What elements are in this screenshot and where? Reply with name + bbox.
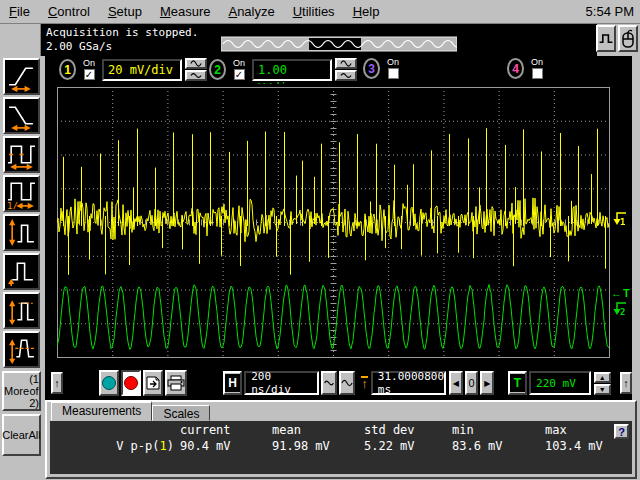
scope-display: 1 ←T 2 — [45, 84, 632, 366]
waveform-position-indicator[interactable] — [221, 36, 457, 52]
trigger-level-down-button[interactable]: ▼ — [594, 384, 611, 395]
frequency-icon: 1/ — [6, 178, 37, 209]
pointer-mode-button[interactable] — [618, 25, 638, 52]
bottom-control-bar: ↑ H 200 ns/div — [45, 366, 632, 400]
channel-2-scale-down-button[interactable] — [335, 70, 357, 81]
measurements-tabs: Measurements Scales — [47, 402, 635, 421]
trigger-level-marker[interactable]: ←T — [611, 287, 631, 299]
v-pp-button[interactable] — [3, 214, 40, 251]
frequency-button[interactable]: 1/ — [3, 175, 40, 212]
measurements-panel: Measurements Scales current mean std dev… — [45, 400, 637, 479]
right-expand-button[interactable]: ↑ — [620, 372, 632, 394]
channel-1-on-label: On — [83, 59, 95, 68]
channel-3-badge[interactable]: 3 — [363, 58, 380, 79]
horizontal-setup-button[interactable]: H — [223, 371, 242, 395]
channel-4-badge[interactable]: 4 — [507, 58, 524, 79]
more-label-line1: More — [4, 385, 29, 397]
channel-1-badge[interactable]: 1 — [59, 59, 76, 80]
trigger-level-display[interactable]: 220 mV — [529, 371, 591, 395]
more-measurements-button[interactable]: More (1 of 2) — [2, 371, 41, 411]
status-area: Acquisition is stopped. 2.00 GSa/s — [40, 24, 597, 56]
channel-2-ground-marker[interactable]: 2 — [611, 300, 628, 317]
fall-time-icon — [6, 100, 37, 131]
channel-2-scale-display[interactable]: 1.00 V/div — [252, 59, 332, 81]
menu-utilities[interactable]: Utilities — [284, 1, 344, 22]
menu-analyze[interactable]: Analyze — [219, 1, 283, 22]
channel-1-scale-down-button[interactable] — [185, 70, 207, 81]
down-triangle-icon: ▼ — [599, 386, 606, 393]
trigger-setup-button[interactable]: T — [508, 371, 527, 395]
sine-icon — [323, 379, 335, 387]
v-avg-button[interactable] — [3, 331, 40, 368]
column-current: current — [180, 421, 272, 437]
clock: 5:54 PM — [586, 4, 640, 19]
channel-4-on-checkbox[interactable] — [532, 68, 543, 79]
sine-icon — [340, 60, 352, 67]
timebase-display[interactable]: 200 ns/div — [244, 371, 319, 395]
value-current: 90.4 mV — [180, 437, 272, 453]
screen-copy-button[interactable] — [143, 370, 163, 396]
trigger-position-icon[interactable]: ↑ — [361, 376, 368, 390]
channel-3-on-checkbox[interactable] — [388, 68, 399, 79]
up-arrow-icon: ↑ — [54, 377, 60, 389]
menu-control[interactable]: Control — [39, 1, 99, 22]
pulse-icon — [598, 31, 614, 47]
svg-text:2: 2 — [620, 307, 625, 317]
clear-all-button[interactable]: Clear All — [2, 414, 41, 456]
right-triangle-icon: ▶ — [484, 379, 490, 388]
fall-time-button[interactable] — [3, 97, 40, 134]
trigger-mode-button[interactable] — [596, 25, 616, 52]
tab-measurements[interactable]: Measurements — [51, 401, 152, 421]
channel-2-scale-up-button[interactable] — [335, 58, 357, 69]
v-max-button[interactable] — [3, 292, 40, 329]
delay-right-button[interactable]: ▶ — [480, 371, 494, 395]
menu-help[interactable]: Help — [344, 1, 389, 22]
waveform-graticule[interactable] — [45, 84, 632, 366]
column-stddev: std dev — [364, 421, 452, 437]
svg-text:1/: 1/ — [7, 200, 18, 209]
channel-bar: 1 On ✓ 20 mV/div 2 On ✓ 1.00 V/div — [45, 56, 632, 84]
up-triangle-icon: ▲ — [599, 374, 606, 381]
run-button[interactable] — [99, 370, 119, 396]
value-stddev: 5.22 mV — [364, 437, 452, 453]
stop-button[interactable] — [121, 370, 141, 396]
left-expand-button[interactable]: ↑ — [51, 372, 63, 394]
menu-bar: File Control Setup Measure Analyze Utili… — [0, 0, 640, 24]
menu-setup[interactable]: Setup — [99, 1, 151, 22]
v-min-button[interactable] — [3, 253, 40, 290]
delay-display[interactable]: 31.0000800 ms — [371, 371, 446, 395]
channel-1-scale-up-button[interactable] — [185, 58, 207, 69]
channel-1-on-checkbox[interactable]: ✓ — [84, 69, 95, 80]
menu-file[interactable]: File — [0, 1, 39, 22]
timebase-zoom-in-button[interactable] — [339, 371, 355, 395]
v-min-icon — [6, 256, 37, 287]
delay-left-button[interactable]: ◀ — [449, 371, 463, 395]
clear-label-line1: Clear — [2, 429, 28, 441]
column-mean: mean — [272, 421, 364, 437]
measurement-name-close: ) — [167, 439, 174, 453]
horizontal-badge-label: H — [225, 374, 240, 392]
pulse-width-button[interactable] — [3, 136, 40, 173]
tab-scales[interactable]: Scales — [152, 405, 210, 421]
oscilloscope-app: File Control Setup Measure Analyze Utili… — [0, 0, 640, 480]
sine-icon — [340, 72, 352, 79]
rise-time-button[interactable] — [3, 58, 40, 95]
svg-text:1: 1 — [620, 217, 625, 227]
pulse-width-icon — [6, 139, 37, 170]
delay-zero-button[interactable]: 0 — [465, 371, 479, 395]
measurements-content: current mean std dev min max V p-p(1) 90… — [50, 421, 632, 474]
channel-1-scale-display[interactable]: 20 mV/div — [102, 59, 182, 81]
copy-icon — [145, 375, 161, 391]
timebase-zoom-out-button[interactable] — [321, 371, 337, 395]
measurement-name-text: V p-p( — [116, 439, 159, 453]
trigger-level-up-button[interactable]: ▲ — [594, 372, 611, 383]
channel-2-badge[interactable]: 2 — [209, 59, 226, 80]
channel-3-on-label: On — [387, 58, 399, 67]
print-button[interactable] — [165, 370, 187, 396]
channel-1-ground-marker[interactable]: 1 — [611, 210, 628, 227]
menu-measure[interactable]: Measure — [151, 1, 220, 22]
help-button[interactable]: ? — [614, 424, 629, 439]
channel-2-on-label: On — [233, 59, 245, 68]
v-avg-icon — [6, 334, 37, 365]
channel-2-on-checkbox[interactable]: ✓ — [234, 69, 245, 80]
